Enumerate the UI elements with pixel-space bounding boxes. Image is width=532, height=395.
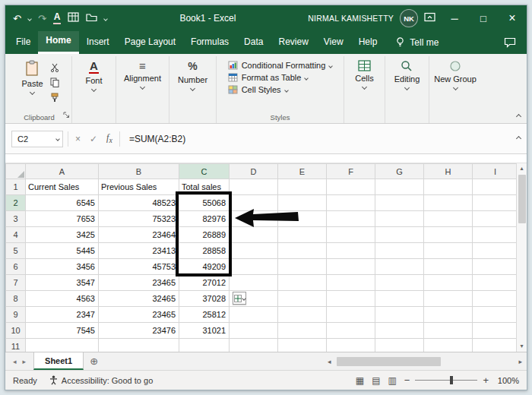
- cell-A6[interactable]: 3456: [26, 259, 99, 275]
- row-header-1[interactable]: 1: [6, 179, 26, 195]
- zoom-slider[interactable]: [415, 380, 477, 381]
- cell-D5[interactable]: [230, 243, 278, 259]
- clipboard-dialog-launcher-icon[interactable]: [63, 108, 70, 122]
- row-header-7[interactable]: 7: [6, 275, 26, 291]
- cell-C5[interactable]: 28858: [179, 243, 230, 259]
- select-all-corner[interactable]: [6, 164, 26, 179]
- cell-H9[interactable]: [424, 307, 473, 323]
- cell-B2[interactable]: 48523: [99, 195, 179, 211]
- paste-button[interactable]: Paste: [17, 58, 47, 112]
- ribbon-display-options-icon[interactable]: [424, 11, 435, 25]
- table-icon[interactable]: [68, 11, 79, 25]
- close-button[interactable]: ×: [498, 5, 527, 31]
- minimize-button[interactable]: ─: [440, 5, 469, 31]
- vertical-scrollbar[interactable]: ▴ ▾: [516, 163, 527, 352]
- cell-G1[interactable]: [375, 179, 424, 195]
- cell-B7[interactable]: 23465: [99, 275, 179, 291]
- cell-G11[interactable]: [375, 339, 424, 352]
- autofill-options-button[interactable]: [233, 292, 246, 305]
- cell-I1[interactable]: [473, 179, 517, 195]
- avatar[interactable]: NK: [400, 9, 418, 27]
- number-group-button[interactable]: % Number: [173, 58, 212, 93]
- cell-C4[interactable]: 26889: [179, 227, 230, 243]
- cancel-icon[interactable]: ×: [73, 134, 83, 144]
- column-header-B[interactable]: B: [99, 164, 179, 179]
- scroll-left-icon[interactable]: ◂: [325, 358, 334, 365]
- tell-me[interactable]: Tell me: [395, 31, 439, 54]
- undo-icon[interactable]: ↶: [13, 14, 21, 24]
- conditional-formatting-button[interactable]: Conditional Formatting: [226, 60, 335, 71]
- cell-F8[interactable]: [327, 291, 375, 307]
- zoom-out-icon[interactable]: −: [404, 374, 410, 386]
- cell-B10[interactable]: 23476: [99, 323, 179, 339]
- editing-group-button[interactable]: Editing: [390, 58, 425, 92]
- cell-I7[interactable]: [473, 275, 517, 291]
- cell-G3[interactable]: [375, 211, 424, 227]
- cell-F7[interactable]: [327, 275, 375, 291]
- cell-B3[interactable]: 75323: [99, 211, 179, 227]
- vertical-scroll-thumb[interactable]: [518, 175, 526, 223]
- prev-sheet-icon[interactable]: ◂: [13, 358, 17, 365]
- cell-B9[interactable]: 23465: [99, 307, 179, 323]
- format-painter-button[interactable]: [48, 91, 62, 104]
- cell-H8[interactable]: [424, 291, 473, 307]
- horizontal-scrollbar[interactable]: ◂ ▸: [323, 352, 527, 370]
- cell-E2[interactable]: [278, 195, 327, 211]
- cell-F4[interactable]: [327, 227, 375, 243]
- cell-C7[interactable]: 27012: [179, 275, 230, 291]
- cell-G4[interactable]: [375, 227, 424, 243]
- formula-input[interactable]: =SUM(A2:B2): [125, 134, 512, 144]
- cell-A4[interactable]: 3425: [26, 227, 99, 243]
- cell-B4[interactable]: 23464: [99, 227, 179, 243]
- cell-F1[interactable]: [327, 179, 375, 195]
- column-header-G[interactable]: G: [375, 164, 424, 179]
- tab-page-layout[interactable]: Page Layout: [117, 31, 183, 54]
- cell-H2[interactable]: [424, 195, 473, 211]
- column-header-C[interactable]: C: [179, 164, 230, 179]
- cell-D7[interactable]: [230, 275, 278, 291]
- cell-I5[interactable]: [473, 243, 517, 259]
- name-box-dropdown-icon[interactable]: [55, 137, 60, 141]
- cell-E7[interactable]: [278, 275, 327, 291]
- cell-A1[interactable]: Current Sales: [26, 179, 99, 195]
- cell-E4[interactable]: [278, 227, 327, 243]
- tab-home[interactable]: Home: [38, 31, 78, 54]
- cell-C1[interactable]: Total sales: [179, 179, 230, 195]
- format-as-table-button[interactable]: Format as Table: [226, 72, 335, 83]
- maximize-button[interactable]: □: [469, 5, 498, 31]
- cells-group-button[interactable]: Cells: [350, 58, 378, 91]
- cell-D2[interactable]: [230, 195, 278, 211]
- cell-B5[interactable]: 23413: [99, 243, 179, 259]
- row-header-3[interactable]: 3: [6, 211, 26, 227]
- cell-I10[interactable]: [473, 323, 517, 339]
- expand-formula-bar-icon[interactable]: [516, 136, 521, 141]
- cell-C2[interactable]: 55068: [179, 195, 230, 211]
- cut-button[interactable]: [48, 61, 62, 74]
- cell-G7[interactable]: [375, 275, 424, 291]
- cell-D1[interactable]: [230, 179, 278, 195]
- name-box[interactable]: C2: [11, 131, 63, 147]
- cell-D6[interactable]: [230, 259, 278, 275]
- cell-G6[interactable]: [375, 259, 424, 275]
- cell-F11[interactable]: [327, 339, 375, 352]
- cell-D4[interactable]: [230, 227, 278, 243]
- cell-I3[interactable]: [473, 211, 517, 227]
- row-header-5[interactable]: 5: [6, 243, 26, 259]
- cell-B6[interactable]: 45753: [99, 259, 179, 275]
- cell-I8[interactable]: [473, 291, 517, 307]
- cell-C10[interactable]: 31021: [179, 323, 230, 339]
- cell-I6[interactable]: [473, 259, 517, 275]
- cell-I9[interactable]: [473, 307, 517, 323]
- cell-I11[interactable]: [473, 339, 517, 352]
- underline-icon[interactable]: A: [53, 12, 62, 24]
- paste-dropdown-icon[interactable]: [30, 90, 35, 95]
- scroll-right-icon[interactable]: ▸: [516, 358, 524, 365]
- cell-F3[interactable]: [327, 211, 375, 227]
- page-layout-view-icon[interactable]: ▤: [372, 375, 380, 386]
- column-header-A[interactable]: A: [26, 164, 99, 179]
- cell-E5[interactable]: [278, 243, 327, 259]
- new-sheet-button[interactable]: ⊕: [84, 352, 104, 370]
- cell-B1[interactable]: Previous Sales: [99, 179, 179, 195]
- font-group-button[interactable]: A Font: [81, 58, 106, 93]
- cell-B8[interactable]: 32465: [99, 291, 179, 307]
